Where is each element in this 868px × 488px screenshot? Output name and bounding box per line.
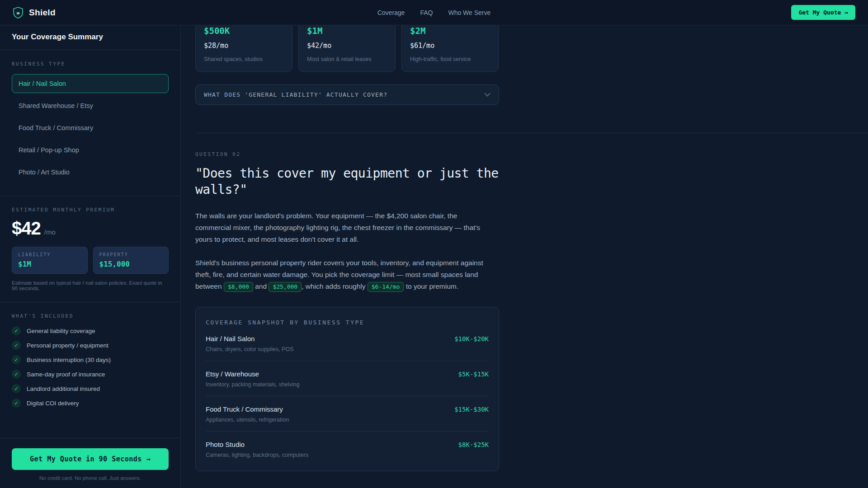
snapshot-desc: Chairs, dryers, color supplies, POS [206,346,489,352]
tier-price: $61/mo [410,42,490,50]
premium-period: /mo [44,228,56,236]
snapshot-desc: Inventory, packing materials, shelving [206,381,489,388]
liability-label: LIABILITY [18,252,81,257]
shield-logo-icon: » [13,7,24,19]
accordion-general-liability[interactable]: WHAT DOES 'GENERAL LIABILITY' ACTUALLY C… [195,84,499,105]
liability-value: $1M [18,260,81,268]
accordion-title: WHAT DOES 'GENERAL LIABILITY' ACTUALLY C… [204,91,387,98]
included-item: ✓ Digital COI delivery [12,399,169,408]
business-type-hair-nail-salon[interactable]: Hair / Nail Salon [12,74,169,93]
check-icon: ✓ [12,341,21,350]
snapshot-name: Etsy / Warehouse [206,370,259,378]
nav-links: Coverage FAQ Who We Serve [377,9,491,16]
snapshot-range: $5K-$15K [458,371,489,378]
sidebar-title: Your Coverage Summary [12,25,169,50]
property-value: $15,000 [99,260,163,268]
tier-card-2m[interactable]: $2M $61/mo High-traffic, food service [401,25,499,72]
tier-card-500k[interactable]: $500K $28/mo Shared spaces, studios [195,25,292,72]
whats-included-label: WHAT'S INCLUDED [12,313,169,319]
check-icon: ✓ [12,370,21,379]
tier-limit: $2M [410,26,490,36]
question-paragraph-1: The walls are your landlord's problem. Y… [195,210,494,245]
premium-label: ESTIMATED MONTHLY PREMIUM [12,207,169,213]
snapshot-row-food-truck: Food Truck / Commissary $15K-$30K Applia… [206,396,489,432]
premium-note: Estimate based on typical hair / nail sa… [12,280,169,291]
check-icon: ✓ [12,326,21,335]
included-item: ✓ Business interruption (30 days) [12,355,169,364]
coverage-summary-sidebar: Your Coverage Summary BUSINESS TYPE Hair… [0,25,181,488]
business-type-list: Hair / Nail Salon Shared Warehouse / Ets… [12,74,169,185]
question-02-section: QUESTION 02 "Does this cover my equipmen… [195,133,868,488]
question-title: "Does this cover my equipment or just th… [195,165,499,198]
snapshot-range: $8K-$25K [458,441,489,448]
snapshot-name: Hair / Nail Salon [206,335,255,343]
property-label: PROPERTY [99,252,163,257]
whats-included-section: WHAT'S INCLUDED ✓ General liability cove… [12,302,169,424]
check-icon: ✓ [12,355,21,364]
get-quote-button[interactable]: Get My Quote → [791,5,855,20]
brand: » Shield [13,7,56,19]
tier-limit: $500K [204,26,284,36]
included-item: ✓ Personal property / equipment [12,341,169,350]
nav-link-who-we-serve[interactable]: Who We Serve [448,9,491,16]
snapshot-name: Photo Studio [206,441,245,448]
tier-price: $42/mo [307,42,387,50]
coverage-chip-monthly: $6-14/mo [368,282,404,292]
snapshot-title: COVERAGE SNAPSHOT BY BUSINESS TYPE [206,319,489,326]
snapshot-range: $15K-$30K [454,406,489,413]
snapshot-row-photo-studio: Photo Studio $8K-$25K Cameras, lighting,… [206,432,489,466]
chevron-down-icon [484,93,491,97]
included-item: ✓ Landlord additional insured [12,384,169,393]
coverage-chip-8000: $8,000 [224,282,253,292]
nav-link-coverage[interactable]: Coverage [377,9,405,16]
included-item: ✓ Same-day proof of insurance [12,370,169,379]
premium-section: ESTIMATED MONTHLY PREMIUM $42 /mo LIABIL… [12,196,169,302]
business-type-retail-popup-shop[interactable]: Retail / Pop-up Shop [12,141,169,160]
top-navbar: » Shield Coverage FAQ Who We Serve Get M… [0,0,868,25]
main-content: $500K $28/mo Shared spaces, studios $1M … [181,25,868,488]
svg-text:»: » [16,9,20,16]
tier-desc: Shared spaces, studios [204,56,284,62]
snapshot-range: $10K-$20K [454,335,489,343]
tier-desc: High-traffic, food service [410,56,490,62]
included-list: ✓ General liability coverage ✓ Personal … [12,326,169,408]
snapshot-desc: Cameras, lighting, backdrops, computers [206,452,489,458]
snapshot-row-etsy-warehouse: Etsy / Warehouse $5K-$15K Inventory, pac… [206,361,489,396]
tier-desc: Most salon & retail leases [307,56,387,62]
check-icon: ✓ [12,399,21,408]
snapshot-name: Food Truck / Commissary [206,405,283,413]
tier-price: $28/mo [204,42,284,50]
cta-note: No credit card. No phone call. Just answ… [12,475,169,481]
property-stat: PROPERTY $15,000 [93,247,169,274]
question-paragraph-2: Shield's business personal property ride… [195,257,494,292]
liability-tier-cards: $500K $28/mo Shared spaces, studios $1M … [195,25,499,72]
brand-name: Shield [29,8,56,18]
included-item: ✓ General liability coverage [12,326,169,335]
liability-stat: LIABILITY $1M [12,247,88,274]
nav-link-faq[interactable]: FAQ [420,9,433,16]
snapshot-desc: Appliances, utensils, refrigeration [206,417,489,423]
business-type-section: BUSINESS TYPE Hair / Nail Salon Shared W… [12,50,169,196]
check-icon: ✓ [12,384,21,393]
tier-limit: $1M [307,26,387,36]
premium-amount: $42 [12,218,41,239]
business-type-photo-art-studio[interactable]: Photo / Art Studio [12,163,169,182]
get-quote-90-seconds-button[interactable]: Get My Quote in 90 Seconds → [12,448,169,470]
coverage-chip-25000: $25,000 [269,282,302,292]
coverage-snapshot-card: COVERAGE SNAPSHOT BY BUSINESS TYPE Hair … [195,307,499,471]
business-type-food-truck-commissary[interactable]: Food Truck / Commissary [12,118,169,137]
business-type-label: BUSINESS TYPE [12,61,169,67]
question-eyebrow: QUESTION 02 [195,151,499,157]
snapshot-row-hair-nail-salon: Hair / Nail Salon $10K-$20K Chairs, drye… [206,326,489,361]
business-type-shared-warehouse-etsy[interactable]: Shared Warehouse / Etsy [12,96,169,115]
tier-card-1m[interactable]: $1M $42/mo Most salon & retail leases [298,25,396,72]
